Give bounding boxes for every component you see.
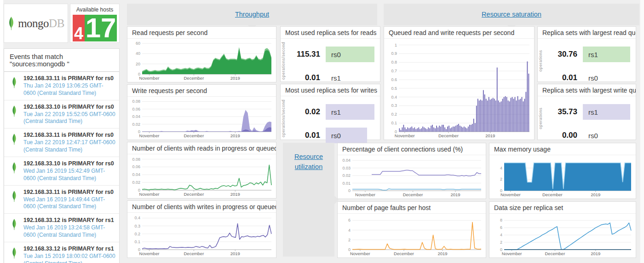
svg-text:0.4: 0.4 bbox=[391, 95, 397, 99]
event-timestamp[interactable]: Tue Jan 15 2019 18:00:02 GMT-0600 (Centr… bbox=[23, 253, 115, 263]
svg-text:0: 0 bbox=[348, 188, 351, 193]
event-item[interactable]: 192.168.33.10 is PRIMARY for rs0 Tue Jan… bbox=[4, 100, 119, 129]
mongodb-leaf-icon bbox=[11, 133, 17, 146]
event-timestamp[interactable]: Wed Jan 16 2019 14:49:44 GMT-0600 (Centr… bbox=[23, 196, 115, 211]
svg-text:0.4: 0.4 bbox=[134, 216, 140, 220]
mongodb-leaf-icon bbox=[7, 16, 15, 31]
right-margin bbox=[640, 0, 644, 263]
event-item[interactable]: 192.168.33.11 is PRIMARY for rs0 Wed Jan… bbox=[4, 186, 119, 214]
stat-bar: rs1 bbox=[326, 104, 374, 120]
event-timestamp[interactable]: Wed Jan 16 2019 15:42:49 GMT-0600 (Centr… bbox=[23, 168, 115, 182]
panel-title: Number of page faults per host bbox=[338, 202, 486, 214]
client-connections-panel: Percentage of client connections used (%… bbox=[337, 143, 486, 199]
mongodb-leaf-icon bbox=[11, 105, 17, 117]
mongodb-leaf-icon bbox=[11, 247, 17, 259]
mongodb-dashboard: mongoDB Available hosts 4 17 Events that… bbox=[0, 0, 644, 263]
event-item[interactable]: 192.168.33.12 is PRIMARY for rs1 Wed Jan… bbox=[4, 214, 119, 242]
mongodb-leaf-icon bbox=[11, 190, 17, 203]
svg-text:0.04: 0.04 bbox=[132, 172, 140, 177]
available-hosts-panel: Available hosts 4 17 bbox=[70, 4, 120, 43]
svg-text:40: 40 bbox=[136, 51, 140, 56]
stat-value: 0.01 bbox=[547, 73, 577, 82]
svg-text:0.1: 0.1 bbox=[391, 121, 397, 125]
event-timestamp[interactable]: Tue Jan 22 2019 15:52:05 GMT-0600 (Centr… bbox=[23, 111, 115, 126]
svg-text:0.08: 0.08 bbox=[132, 157, 140, 162]
svg-text:0.5: 0.5 bbox=[391, 86, 397, 91]
stat-bar: rs1 bbox=[583, 47, 630, 62]
stat-value: 115.31 bbox=[290, 50, 320, 59]
svg-text:0.1: 0.1 bbox=[134, 240, 140, 244]
event-timestamp[interactable]: Thu Jan 24 2019 13:06:25 GMT-0600 (Centr… bbox=[23, 82, 115, 97]
stat-value: 0.00 bbox=[547, 131, 577, 140]
stat-row: 0.01 rs0 bbox=[547, 70, 630, 86]
svg-text:0.8: 0.8 bbox=[391, 60, 397, 64]
svg-text:2019: 2019 bbox=[230, 192, 240, 197]
logo-db-text: DB bbox=[49, 17, 64, 29]
svg-text:0.9: 0.9 bbox=[391, 51, 397, 56]
event-item[interactable]: 192.168.33.12 is PRIMARY for rs1 Tue Jan… bbox=[4, 242, 119, 263]
svg-text:0.02: 0.02 bbox=[132, 180, 140, 185]
y-axis-unit-label: operations bbox=[538, 107, 543, 129]
left-margin bbox=[0, 0, 3, 263]
clients-writes-panel: Number of clients with writes in progres… bbox=[127, 200, 276, 258]
stat-rows: 30.76 rs1 0.01 rs0 bbox=[547, 47, 630, 86]
event-title: 192.168.33.11 is PRIMARY for rs0 bbox=[23, 189, 115, 195]
stat-bar: rs1 bbox=[583, 104, 630, 120]
stat-bar-fill: rs0 bbox=[326, 47, 374, 62]
max-memory-panel: Max memory usage 024NovemberDecember2019 bbox=[489, 143, 636, 199]
svg-text:November: November bbox=[139, 76, 160, 81]
svg-text:November: November bbox=[139, 251, 160, 256]
svg-text:1: 1 bbox=[395, 43, 397, 47]
mongodb-leaf-icon bbox=[11, 162, 17, 174]
stat-bar: rs0 bbox=[583, 70, 630, 86]
svg-text:6: 6 bbox=[500, 225, 502, 230]
write-requests-chart: 00.020.040.060.08NovemberDecember2019 bbox=[128, 98, 275, 139]
event-text: 192.168.33.10 is PRIMARY for rs0 Wed Jan… bbox=[23, 160, 115, 182]
stat-rows: 115.31 rs0 0.01 rs1 bbox=[290, 47, 374, 86]
svg-text:November: November bbox=[502, 251, 522, 256]
svg-text:December: December bbox=[184, 133, 204, 138]
stat-bar: rs0 bbox=[583, 128, 630, 143]
event-timestamp[interactable]: Tue Jan 22 2019 12:47:17 GMT-0600 (Centr… bbox=[23, 139, 115, 154]
mongodb-logo: mongoDB bbox=[4, 4, 68, 43]
clients-writes-chart: 00.10.20.30.4NovemberDecember2019 bbox=[128, 214, 275, 257]
read-requests-chart: 0204060NovemberDecember2019 bbox=[128, 40, 275, 81]
svg-text:0.06: 0.06 bbox=[132, 107, 140, 111]
event-item[interactable]: 192.168.33.11 is PRIMARY for rs0 Tue Jan… bbox=[4, 129, 119, 157]
resource-saturation-link[interactable]: Resource saturation bbox=[384, 4, 639, 25]
svg-text:0.08: 0.08 bbox=[132, 99, 140, 104]
svg-text:4: 4 bbox=[500, 233, 502, 237]
stat-row: 0.02 rs1 bbox=[290, 104, 374, 120]
svg-text:November: November bbox=[350, 251, 370, 256]
event-text: 192.168.33.12 is PRIMARY for rs1 Tue Jan… bbox=[23, 245, 115, 263]
event-item[interactable]: 192.168.33.11 is PRIMARY for rs0 Thu Jan… bbox=[4, 72, 119, 100]
panel-title: Read requests per second bbox=[127, 27, 276, 39]
stat-value: 35.73 bbox=[547, 107, 577, 117]
stat-body: operations 30.76 rs1 0.01 rs0 bbox=[538, 40, 636, 82]
stat-value: 0.01 bbox=[290, 131, 320, 140]
svg-text:November: November bbox=[355, 192, 375, 197]
largest-write-queues-panel: Replica sets with largest write queues o… bbox=[537, 84, 636, 140]
svg-text:2: 2 bbox=[500, 177, 502, 181]
stat-bar: rs1 bbox=[326, 70, 374, 86]
event-timestamp[interactable]: Wed Jan 16 2019 13:24:58 GMT-0600 (Centr… bbox=[23, 224, 115, 239]
svg-text:0.01: 0.01 bbox=[342, 181, 351, 186]
y-axis-unit-label: operations/second bbox=[281, 41, 286, 79]
event-text: 192.168.33.10 is PRIMARY for rs0 Tue Jan… bbox=[23, 104, 115, 126]
resource-utilization-link[interactable]: Resource utilization bbox=[283, 143, 334, 172]
svg-text:2019: 2019 bbox=[230, 251, 240, 256]
event-text: 192.168.33.11 is PRIMARY for rs0 Thu Jan… bbox=[23, 75, 115, 97]
queued-requests-panel: Queued read and write requests per secon… bbox=[384, 26, 535, 140]
throughput-link[interactable]: Throughput bbox=[127, 4, 377, 25]
svg-text:20: 20 bbox=[136, 62, 140, 66]
event-title: 192.168.33.12 is PRIMARY for rs1 bbox=[23, 245, 115, 252]
stat-bar-fill: rs1 bbox=[583, 47, 630, 62]
svg-text:2019: 2019 bbox=[450, 192, 460, 197]
svg-text:2019: 2019 bbox=[591, 251, 600, 256]
event-title: 192.168.33.10 is PRIMARY for rs0 bbox=[23, 104, 115, 110]
event-item[interactable]: 192.168.33.10 is PRIMARY for rs0 Wed Jan… bbox=[4, 157, 119, 186]
stat-bar-fill: rs0 bbox=[583, 70, 630, 86]
stat-row: 0.00 rs0 bbox=[547, 128, 630, 143]
svg-text:December: December bbox=[545, 251, 565, 256]
svg-text:4: 4 bbox=[500, 166, 502, 170]
